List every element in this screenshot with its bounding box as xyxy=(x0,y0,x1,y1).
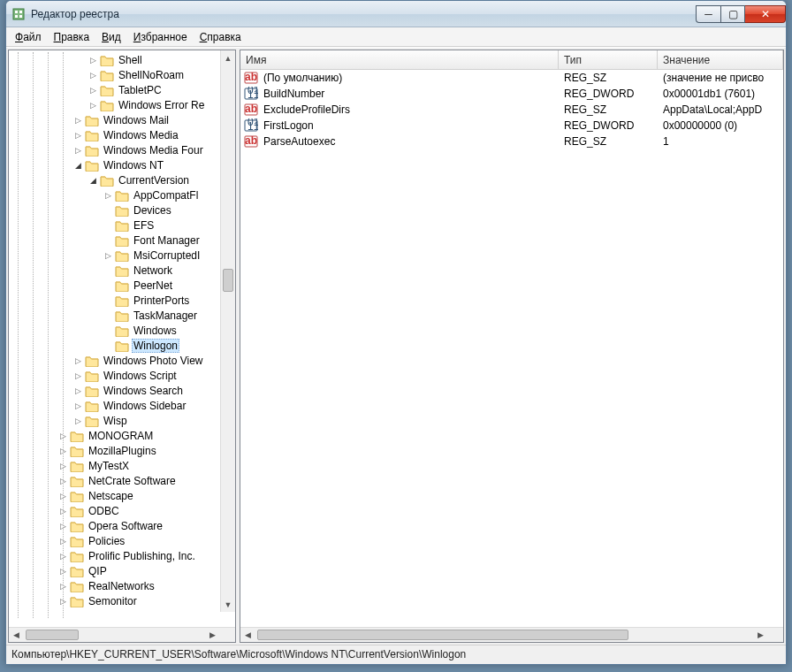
scroll-thumb[interactable] xyxy=(257,630,628,640)
close-button[interactable]: ✕ xyxy=(745,5,786,23)
tree-node[interactable]: Devices xyxy=(9,202,235,218)
expand-icon[interactable]: ▷ xyxy=(103,190,113,201)
tree-node-label: MyTestX xyxy=(87,460,131,472)
column-header-value[interactable]: Значение xyxy=(658,50,783,69)
client-area: ▷Shell▷ShellNoRoam▷TabletPC▷Windows Erro… xyxy=(6,47,786,645)
scroll-thumb[interactable] xyxy=(26,630,79,640)
tree-node[interactable]: ◢CurrentVersion xyxy=(9,172,235,187)
tree-node[interactable]: ▷Windows Media xyxy=(9,127,235,142)
tree-node[interactable]: ▷ODBC xyxy=(9,503,235,518)
tree-node[interactable]: ▷Windows Error Re xyxy=(9,97,235,112)
tree-node[interactable]: ▷MyTestX xyxy=(9,458,235,473)
tree-node-label: Devices xyxy=(132,204,173,217)
menu-help[interactable]: Справка xyxy=(194,29,247,45)
scroll-track[interactable] xyxy=(221,65,235,597)
tree-node[interactable]: EFS xyxy=(9,218,235,233)
minimize-button[interactable]: ─ xyxy=(696,5,720,23)
tree-node[interactable]: TaskManager xyxy=(9,308,235,323)
scroll-track[interactable] xyxy=(255,628,753,642)
tree-node-label: Windows Search xyxy=(102,385,185,397)
value-row[interactable]: FirstLogonREG_DWORD0x00000000 (0) xyxy=(240,118,783,134)
value-row[interactable]: (По умолчанию)REG_SZ(значение не присво xyxy=(240,70,783,86)
tree-node[interactable]: ▷ShellNoRoam xyxy=(9,67,235,82)
tree-node[interactable]: ▷MsiCorruptedI xyxy=(9,248,235,263)
expand-icon[interactable]: ▷ xyxy=(72,355,83,366)
value-data: 0x00000000 (0) xyxy=(658,119,783,132)
tree-node[interactable]: PrinterPorts xyxy=(9,293,235,308)
expand-icon[interactable]: ▷ xyxy=(72,130,83,141)
collapse-icon[interactable]: ◢ xyxy=(72,160,83,171)
scroll-thumb[interactable] xyxy=(223,269,233,292)
tree-node-label: TabletPC xyxy=(117,84,164,96)
scroll-right-icon[interactable]: ▶ xyxy=(205,628,220,642)
menu-edit[interactable]: Правка xyxy=(49,29,95,45)
tree-node-label: Windows NT xyxy=(102,159,165,172)
tree-node[interactable]: ▷Semonitor xyxy=(9,593,235,608)
tree-node[interactable]: ▷TabletPC xyxy=(9,82,235,97)
tree-node[interactable]: PeerNet xyxy=(9,278,235,293)
column-header-name[interactable]: Имя xyxy=(240,50,559,69)
app-icon xyxy=(11,7,26,21)
tree-node[interactable]: ▷Wisp xyxy=(9,413,235,428)
scroll-track[interactable] xyxy=(24,628,205,642)
maximize-button[interactable]: ▢ xyxy=(720,5,745,23)
tree-node[interactable]: ▷MozillaPlugins xyxy=(9,443,235,458)
folder-icon xyxy=(100,69,114,81)
value-row[interactable]: BuildNumberREG_DWORD0x00001db1 (7601) xyxy=(240,86,783,102)
tree-node[interactable]: ▷Netscape xyxy=(9,488,235,503)
scroll-left-icon[interactable]: ◀ xyxy=(9,628,24,642)
menu-favorites[interactable]: Избранное xyxy=(128,29,193,45)
expand-icon[interactable]: ▷ xyxy=(72,370,83,381)
tree-node[interactable]: ▷Windows Search xyxy=(9,383,235,398)
expand-icon[interactable]: ▷ xyxy=(72,115,83,126)
expand-icon[interactable]: ▷ xyxy=(88,55,98,65)
expand-icon[interactable]: ▷ xyxy=(88,85,98,95)
tree-node[interactable]: ▷Policies xyxy=(9,533,235,548)
scroll-down-icon[interactable]: ▼ xyxy=(221,597,235,612)
scroll-left-icon[interactable]: ◀ xyxy=(240,628,255,642)
tree-node[interactable]: ▷Windows Photo View xyxy=(9,353,235,368)
expand-icon[interactable]: ▷ xyxy=(72,386,83,396)
scroll-right-icon[interactable]: ▶ xyxy=(753,628,768,642)
tree-node-label: Prolific Publishing, Inc. xyxy=(87,550,197,562)
tree-node[interactable]: ▷Windows Sidebar xyxy=(9,398,235,413)
expand-icon[interactable]: ▷ xyxy=(72,401,83,411)
tree-node[interactable]: Winlogon xyxy=(9,338,235,353)
expand-icon[interactable]: ▷ xyxy=(72,416,83,426)
column-header-type[interactable]: Тип xyxy=(559,50,658,69)
tree-horizontal-scrollbar[interactable]: ◀ ▶ xyxy=(9,627,235,642)
tree-node[interactable]: ▷Prolific Publishing, Inc. xyxy=(9,548,235,563)
menu-file[interactable]: Файл xyxy=(10,29,47,45)
tree-node[interactable]: ▷AppCompatFl xyxy=(9,187,235,202)
tree-node[interactable]: ▷Windows Media Four xyxy=(9,142,235,157)
values-horizontal-scrollbar[interactable]: ◀ ▶ xyxy=(240,627,783,642)
tree-node[interactable]: ▷Windows Mail xyxy=(9,112,235,127)
tree-node[interactable]: ▷MONOGRAM xyxy=(9,428,235,443)
collapse-icon[interactable]: ◢ xyxy=(88,175,98,186)
value-row[interactable]: ExcludeProfileDirsREG_SZAppData\Local;Ap… xyxy=(240,102,783,118)
tree-vertical-scrollbar[interactable]: ▲ ▼ xyxy=(220,50,235,612)
tree-node[interactable]: ▷NetCrate Software xyxy=(9,473,235,488)
tree-node[interactable]: Windows xyxy=(9,323,235,338)
tree-node[interactable]: Font Manager xyxy=(9,233,235,248)
expand-icon[interactable]: ▷ xyxy=(103,250,113,261)
scroll-up-icon[interactable]: ▲ xyxy=(221,50,235,65)
tree-node[interactable]: ▷RealNetworks xyxy=(9,578,235,593)
tree-body[interactable]: ▷Shell▷ShellNoRoam▷TabletPC▷Windows Erro… xyxy=(9,50,235,627)
tree-node[interactable]: ▷Shell xyxy=(9,52,235,67)
tree-node[interactable]: ▷Opera Software xyxy=(9,518,235,533)
value-type: REG_SZ xyxy=(559,103,658,116)
folder-icon xyxy=(115,204,129,217)
tree-node[interactable]: Network xyxy=(9,263,235,278)
tree-node[interactable]: ▷Windows Script xyxy=(9,368,235,383)
expand-icon[interactable]: ▷ xyxy=(72,145,83,156)
tree-node-label: Wisp xyxy=(102,415,129,427)
value-row[interactable]: ParseAutoexecREG_SZ1 xyxy=(240,134,783,149)
tree-node[interactable]: ▷QIP xyxy=(9,563,235,578)
menu-view[interactable]: Вид xyxy=(96,29,126,45)
tree-node[interactable]: ◢Windows NT xyxy=(9,157,235,172)
values-list[interactable]: (По умолчанию)REG_SZ(значение не присвоB… xyxy=(240,70,783,627)
title-bar[interactable]: Редактор реестра ─ ▢ ✕ xyxy=(6,1,786,27)
expand-icon[interactable]: ▷ xyxy=(88,70,98,80)
expand-icon[interactable]: ▷ xyxy=(88,100,98,111)
